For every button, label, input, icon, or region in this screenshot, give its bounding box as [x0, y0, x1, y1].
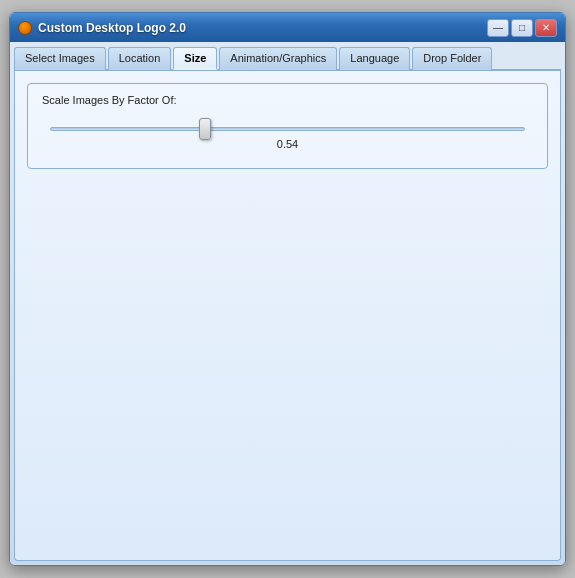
tab-size[interactable]: Size	[173, 47, 217, 70]
tab-select-images[interactable]: Select Images	[14, 47, 106, 70]
title-buttons: — □ ✕	[487, 19, 557, 37]
content-area: Select Images Location Size Animation/Gr…	[10, 42, 565, 565]
tab-drop-folder[interactable]: Drop Folder	[412, 47, 492, 70]
scale-slider[interactable]	[50, 127, 525, 131]
minimize-button[interactable]: —	[487, 19, 509, 37]
title-bar-left: Custom Desktop Logo 2.0	[18, 21, 186, 35]
tab-content-size: Scale Images By Factor Of: 0.54	[14, 71, 561, 561]
maximize-button[interactable]: □	[511, 19, 533, 37]
window-title: Custom Desktop Logo 2.0	[38, 21, 186, 35]
close-button[interactable]: ✕	[535, 19, 557, 37]
tab-location[interactable]: Location	[108, 47, 172, 70]
slider-container: 0.54	[42, 116, 533, 154]
scale-group: Scale Images By Factor Of: 0.54	[27, 83, 548, 169]
tab-animation-graphics[interactable]: Animation/Graphics	[219, 47, 337, 70]
tab-language[interactable]: Language	[339, 47, 410, 70]
title-bar: Custom Desktop Logo 2.0 — □ ✕	[10, 13, 565, 42]
scale-label: Scale Images By Factor Of:	[42, 94, 533, 106]
app-window: Custom Desktop Logo 2.0 — □ ✕ Select Ima…	[9, 12, 566, 566]
app-icon	[18, 21, 32, 35]
tabs-bar: Select Images Location Size Animation/Gr…	[14, 46, 561, 71]
